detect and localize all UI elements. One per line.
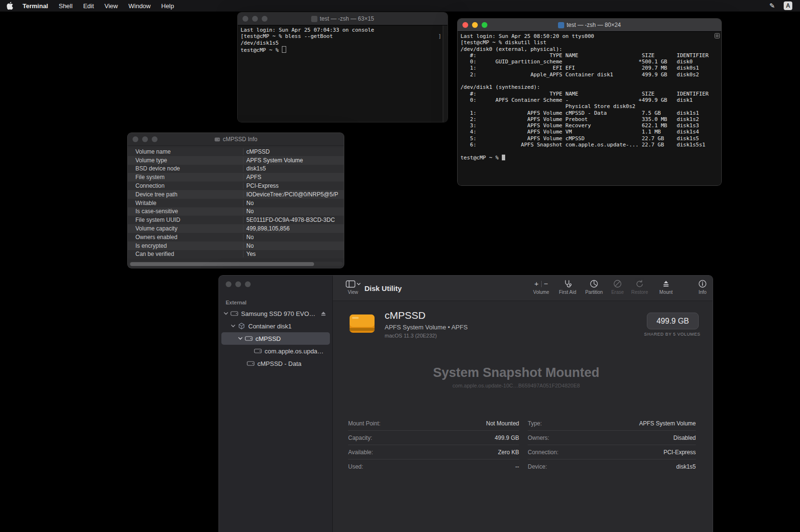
detail-row: Type:APFS System Volume (528, 416, 696, 430)
disk-utility-sidebar: External Samsung SSD 970 EVO… (219, 276, 333, 532)
info-row: Can be verifiedYes (128, 250, 344, 259)
pencil-icon[interactable]: ✎ (769, 2, 775, 10)
detail-row: Available:Zero KB (348, 445, 519, 459)
chevron-down-icon[interactable] (223, 312, 229, 315)
info-label: Volume type (128, 157, 243, 164)
terminal1-output[interactable]: Last login: Sun Apr 25 07:04:33 on conso… (238, 25, 448, 55)
info-value: PCI-Express (243, 182, 279, 189)
zoom-button[interactable] (482, 22, 487, 28)
sidebar-item-cmpssd-data[interactable]: cMPSSD - Data (221, 357, 330, 370)
info-label: BSD device node (128, 165, 243, 172)
info-traffic-lights (133, 136, 158, 142)
capacity-badge: 499.9 GB (647, 313, 699, 329)
volume-button[interactable]: +− Volume (528, 279, 554, 295)
restore-icon (627, 279, 653, 289)
info-value: disk1s5 (243, 165, 266, 172)
info-value: 499,898,105,856 (243, 225, 290, 232)
terminal2-output[interactable]: Last login: Sun Apr 25 08:50:20 on ttys0… (458, 32, 721, 162)
info-row: Owners enabledNo (128, 233, 344, 242)
snapshot-banner-title: System Snapshot Mounted (333, 365, 700, 380)
info-label: Is encrypted (128, 242, 243, 249)
info-label: Can be verified (128, 251, 243, 257)
info-label: Writable (128, 200, 243, 206)
snapshot-volume-icon (254, 348, 262, 354)
chevron-down-icon[interactable] (230, 325, 236, 327)
zoom-button[interactable] (262, 16, 267, 22)
snapshot-banner-subtitle: com.apple.os.update-10C…B659497A051F2D48… (333, 383, 700, 388)
info-table: Volume namecMPSSD Volume typeAPFS System… (128, 147, 344, 258)
terminal1-titlebar[interactable]: test — -zsh — 63×15 (238, 12, 448, 25)
terminal-window-large: test — -zsh — 80×24 Last login: Sun Apr … (457, 18, 722, 186)
menu-item-edit[interactable]: Edit (78, 2, 99, 10)
zoom-button[interactable] (152, 136, 158, 142)
info-row: Volume namecMPSSD (128, 147, 344, 156)
close-button[interactable] (242, 16, 248, 22)
sidebar-item-label: Container disk1 (248, 323, 291, 330)
partition-button[interactable]: Partition (581, 279, 607, 295)
terminal-mark-bracket: ] (438, 33, 441, 39)
input-source-icon[interactable]: A (784, 1, 792, 10)
sidebar-item-samsung-ssd[interactable]: Samsung SSD 970 EVO… (221, 307, 330, 320)
sidebar-item-label: Samsung SSD 970 EVO… (241, 310, 315, 317)
info-row: Is case-sensitiveNo (128, 207, 344, 216)
terminal1-scrollbar[interactable] (443, 25, 448, 122)
sidebar-item-label: cMPSSD - Data (257, 360, 302, 367)
sidebar-item-os-update-snapshot[interactable]: com.apple.os.upda… (221, 345, 330, 357)
sidebar-item-container-disk1[interactable]: Container disk1 (221, 320, 330, 332)
info-value: APFS (243, 174, 261, 181)
add-remove-volume-icon: +− (528, 279, 554, 289)
menu-item-terminal[interactable]: Terminal (17, 2, 53, 10)
menu-item-window[interactable]: Window (123, 2, 156, 10)
info-titlebar[interactable]: cMPSSD Info (128, 133, 344, 146)
info-button[interactable]: Info (690, 279, 713, 295)
eject-icon[interactable] (321, 311, 326, 316)
volume-icon (247, 361, 255, 366)
volume-info-window: cMPSSD Info Volume namecMPSSD Volume typ… (127, 133, 344, 268)
menu-item-view[interactable]: View (99, 2, 123, 10)
partition-icon (581, 279, 607, 289)
info-row: File system UUID5E0111FD-0C9A-4978-B3CD-… (128, 216, 344, 224)
close-button[interactable] (226, 281, 231, 287)
info-value: 5E0111FD-0C9A-4978-B3CD-3DC (243, 217, 335, 223)
detail-row: Used:-- (348, 459, 519, 473)
chevron-down-icon[interactable] (237, 337, 243, 340)
restore-button[interactable]: Restore (627, 279, 653, 295)
view-button[interactable]: View (342, 279, 364, 295)
info-row: Is encryptedNo (128, 242, 344, 250)
disk-utility-toolbar: View Disk Utility +− Volume First Aid P (333, 276, 713, 301)
minimize-button[interactable] (252, 16, 258, 22)
menu-item-help[interactable]: Help (156, 2, 180, 10)
terminal1-body[interactable]: Last login: Sun Apr 25 07:04:33 on conso… (238, 25, 448, 122)
mount-button[interactable]: Mount (653, 279, 679, 295)
horizontal-scrollbar[interactable] (129, 262, 343, 266)
volume-title: cMPSSD (385, 310, 468, 321)
terminal2-body[interactable]: Last login: Sun Apr 25 08:50:20 on ttys0… (458, 32, 721, 185)
minimize-button[interactable] (472, 22, 478, 28)
first-aid-button[interactable]: First Aid (555, 279, 581, 295)
close-button[interactable] (133, 136, 138, 142)
info-value: cMPSSD (243, 148, 270, 155)
scrollbar-thumb[interactable] (130, 262, 314, 266)
detail-row: Capacity:499.9 GB (348, 430, 519, 445)
shared-volumes-label: SHARED BY 5 VOLUMES (627, 332, 713, 337)
info-value: Yes (243, 251, 256, 257)
apple-menu-icon[interactable] (7, 2, 13, 10)
terminal-cursor-hollow (282, 46, 286, 53)
info-label: Volume capacity (128, 225, 243, 232)
close-button[interactable] (462, 22, 468, 28)
terminal2-traffic-lights (462, 22, 487, 28)
info-row: BSD device nodedisk1s5 (128, 165, 344, 173)
menu-item-shell[interactable]: Shell (53, 2, 78, 10)
zoom-button[interactable] (245, 281, 251, 287)
info-row: Device tree pathIODeviceTree:/PCI0@0/NRP… (128, 190, 344, 199)
info-value: APFS System Volume (243, 157, 303, 164)
minimize-button[interactable] (142, 136, 148, 142)
info-row: WritableNo (128, 199, 344, 207)
info-row: Volume typeAPFS System Volume (128, 156, 344, 165)
minimize-button[interactable] (235, 281, 241, 287)
terminal-doc-icon (558, 22, 564, 28)
terminal-marks-icon[interactable] (715, 33, 720, 38)
sidebar-item-cmpssd[interactable]: cMPSSD (221, 332, 330, 345)
terminal2-titlebar[interactable]: test — -zsh — 80×24 (458, 19, 721, 32)
info-row: File systemAPFS (128, 173, 344, 181)
